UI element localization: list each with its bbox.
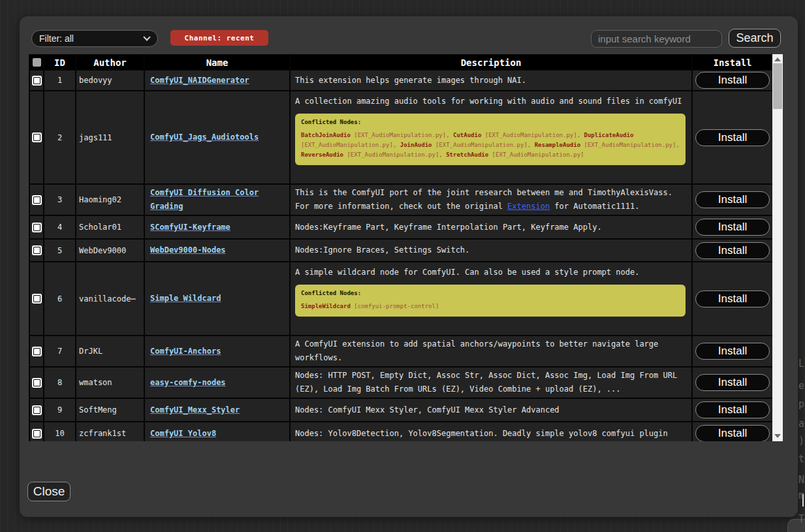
search-button[interactable]: Search <box>729 29 781 48</box>
filter-select[interactable]: Filter: all <box>31 30 158 47</box>
table-row: 7DrJKLComfyUI-AnchorsA ComfyUI extension… <box>29 336 772 367</box>
description-text: Nodes: ComfyUI Mexx Styler, ComfyUI Mexx… <box>295 405 560 415</box>
row-checkbox[interactable] <box>33 77 40 84</box>
search-input[interactable] <box>591 30 722 48</box>
row-description: A ComfyUI extension to add spatial ancho… <box>290 336 692 367</box>
row-name-cell: easy-comfy-nodes <box>144 367 290 398</box>
table-row: 3Haoming02ComfyUI Diffusion Color Gradin… <box>29 184 772 215</box>
row-install-cell: Install <box>692 398 772 422</box>
row-author: jags111 <box>76 91 144 184</box>
extension-name-link[interactable]: ComfyUI_Jags_Audiotools <box>150 133 259 142</box>
table-row: 5WebDev9000WebDev9000-NodesNodes:Ignore … <box>29 239 772 262</box>
header-description: Description <box>290 55 692 70</box>
row-description: Nodes: Yolov8Detection, Yolov8Segmentati… <box>290 422 692 441</box>
row-author: SoftMeng <box>76 398 144 422</box>
row-checkbox-cell <box>29 91 44 184</box>
header-author: Author <box>76 55 144 70</box>
conflict-node-name: JoinAudio <box>400 142 432 148</box>
row-author: WebDev9000 <box>76 239 144 262</box>
table-scrollbar[interactable] <box>772 54 783 441</box>
row-id: 1 <box>44 70 76 91</box>
table-row: 10zcfrank1stComfyUI Yolov8Nodes: Yolov8D… <box>29 422 772 441</box>
row-name-cell: WebDev9000-Nodes <box>144 239 290 262</box>
row-checkbox-cell <box>29 422 44 441</box>
install-button[interactable]: Install <box>695 191 770 208</box>
row-checkbox[interactable] <box>33 224 40 231</box>
scroll-up-arrow-icon[interactable] <box>774 57 781 61</box>
row-install-cell: Install <box>692 422 772 441</box>
channel-badge-label: Channel: recent <box>185 34 255 42</box>
row-install-cell: Install <box>692 336 772 367</box>
row-install-cell: Install <box>692 184 772 215</box>
description-text: This extension helps generate images thr… <box>295 76 526 85</box>
row-checkbox[interactable] <box>33 407 40 414</box>
row-checkbox[interactable] <box>33 196 40 204</box>
table-row: 1bedovyyComfyUI_NAIDGeneratorThis extens… <box>29 70 772 91</box>
row-name-cell: SComfyUI-Keyframe <box>144 215 290 239</box>
install-button[interactable]: Install <box>695 401 770 418</box>
row-name-cell: ComfyUI-Anchors <box>144 336 290 367</box>
row-install-cell: Install <box>692 239 772 262</box>
extension-name-link[interactable]: ComfyUI Yolov8 <box>150 429 216 438</box>
conflict-node-name: DuplicateAudio <box>584 132 634 138</box>
row-checkbox[interactable] <box>33 295 40 302</box>
extension-name-link[interactable]: ComfyUI Diffusion Color Grading <box>150 188 259 211</box>
row-author: Scholar01 <box>76 215 144 239</box>
close-button[interactable]: Close <box>27 482 71 501</box>
install-button[interactable]: Install <box>695 425 770 441</box>
description-text: Nodes: HTTP POST, Empty Dict, Assoc Str,… <box>295 371 677 394</box>
extension-name-link[interactable]: Simple Wildcard <box>150 294 221 303</box>
scroll-down-arrow-icon[interactable] <box>774 434 781 438</box>
install-button[interactable]: Install <box>695 219 770 236</box>
row-id: 2 <box>44 91 76 184</box>
row-checkbox[interactable] <box>33 247 40 254</box>
row-checkbox[interactable] <box>33 348 40 355</box>
install-button[interactable]: Install <box>695 129 770 146</box>
channel-badge[interactable]: Channel: recent <box>170 30 268 46</box>
row-install-cell: Install <box>692 262 772 336</box>
row-checkbox[interactable] <box>33 134 40 141</box>
row-install-cell: Install <box>692 91 772 184</box>
row-checkbox-cell <box>29 398 44 422</box>
background-text-fragment: p <box>798 398 804 410</box>
conflicted-nodes-list: SimpleWildcard [comfyui-prompt-control] <box>301 302 680 311</box>
description-text: A collection amazing audio tools for wor… <box>295 97 682 106</box>
description-text: Nodes: Yolov8Detection, Yolov8Segmentati… <box>295 429 668 438</box>
row-id: 7 <box>44 336 76 367</box>
row-checkbox[interactable] <box>33 379 40 386</box>
background-text-fragment: e <box>798 380 804 392</box>
extension-name-link[interactable]: ComfyUI-Anchors <box>150 347 221 356</box>
row-checkbox-cell <box>29 367 44 398</box>
extension-name-link[interactable]: ComfyUI_Mexx_Styler <box>150 405 240 415</box>
description-inline-link[interactable]: Extension <box>507 202 550 211</box>
extension-name-link[interactable]: SComfyUI-Keyframe <box>150 223 230 232</box>
row-description: Nodes:Keyframe Part, Keyframe Interpolat… <box>290 215 692 239</box>
extension-name-link[interactable]: WebDev9000-Nodes <box>150 245 226 255</box>
install-button[interactable]: Install <box>695 343 770 360</box>
row-checkbox-cell <box>29 336 44 367</box>
row-id: 10 <box>44 422 76 441</box>
select-all-header <box>29 55 44 70</box>
row-id: 8 <box>44 367 76 398</box>
extension-name-link[interactable]: easy-comfy-nodes <box>150 378 226 387</box>
row-author: vanillacode⋯ <box>76 262 144 336</box>
row-checkbox[interactable] <box>33 430 40 437</box>
row-name-cell: ComfyUI_NAIDGenerator <box>144 70 290 91</box>
row-id: 5 <box>44 239 76 262</box>
scrollbar-thumb[interactable] <box>773 63 782 109</box>
extension-name-link[interactable]: ComfyUI_NAIDGenerator <box>150 76 249 85</box>
background-text-fragment: T <box>798 513 804 525</box>
row-description: This extension helps generate images thr… <box>290 70 692 91</box>
background-text-fragment: a <box>798 418 804 430</box>
install-button[interactable]: Install <box>695 72 770 89</box>
install-button[interactable]: Install <box>695 290 770 307</box>
select-all-checkbox[interactable] <box>33 58 41 67</box>
install-button[interactable]: Install <box>695 374 770 391</box>
table-row: 2jags111ComfyUI_Jags_AudiotoolsA collect… <box>29 91 772 184</box>
row-name-cell: ComfyUI Diffusion Color Grading <box>144 184 290 215</box>
description-text: A ComfyUI extension to add spatial ancho… <box>295 339 658 362</box>
table-row: 6vanillacode⋯Simple WildcardA simple wil… <box>29 262 772 336</box>
install-button[interactable]: Install <box>695 242 770 259</box>
conflict-node-name: ReverseAudio <box>301 151 343 158</box>
row-install-cell: Install <box>692 70 772 91</box>
